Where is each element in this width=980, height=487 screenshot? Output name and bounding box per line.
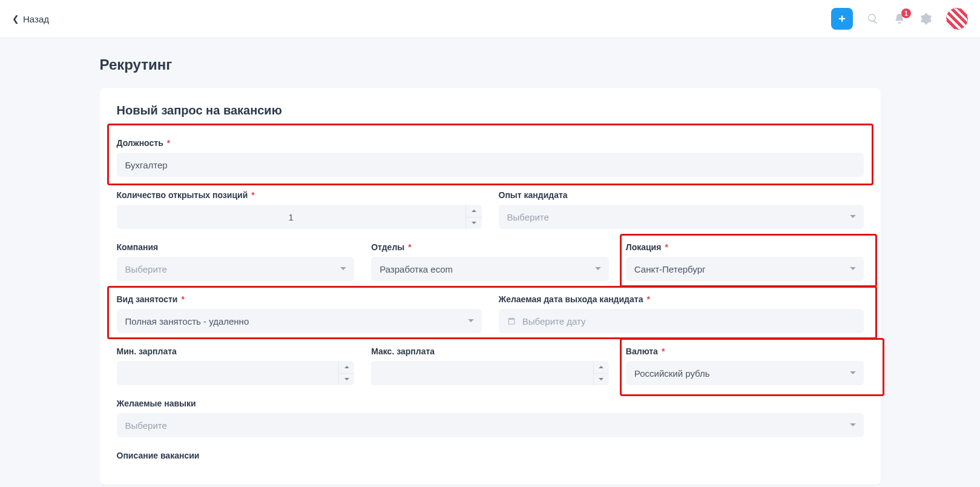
- select-currency[interactable]: Российский рубль: [626, 361, 864, 385]
- chevron-up-icon: [344, 364, 350, 370]
- label-open-count: Количество открытых позиций*: [117, 190, 482, 200]
- chevron-up-icon: [471, 208, 477, 214]
- required-mark: *: [662, 346, 665, 356]
- select-company[interactable]: Выберите: [117, 257, 355, 281]
- chevron-down-icon: [340, 264, 347, 274]
- notifications-badge: 1: [901, 8, 911, 18]
- step-down[interactable]: [466, 217, 482, 230]
- chevron-down-icon: [849, 420, 857, 431]
- label-min-salary: Мин. зарплата: [117, 346, 355, 356]
- stepper-min-salary: [117, 361, 355, 385]
- field-skills: Желаемые навыки Выберите: [117, 399, 864, 437]
- select-departments[interactable]: Разработка ecom: [371, 257, 609, 281]
- label-description: Описание вакансии: [117, 451, 864, 460]
- required-mark: *: [665, 242, 668, 252]
- chevron-down-icon: [344, 376, 350, 382]
- step-down[interactable]: [594, 374, 609, 386]
- field-max-salary: Макс. зарплата: [371, 346, 609, 385]
- row-employment-date: Вид занятости* Полная занятость - удален…: [117, 294, 864, 333]
- chevron-down-icon: [467, 316, 475, 326]
- avatar[interactable]: [946, 8, 968, 30]
- required-mark: *: [646, 294, 649, 304]
- input-position[interactable]: [125, 160, 855, 170]
- required-mark: *: [408, 242, 411, 252]
- field-departments: Отделы* Разработка ecom: [371, 242, 609, 281]
- label-skills: Желаемые навыки: [117, 399, 864, 408]
- select-experience[interactable]: Выберите: [499, 205, 864, 229]
- field-employment: Вид занятости* Полная занятость - удален…: [117, 294, 482, 333]
- chevron-down-icon: [849, 212, 857, 222]
- label-max-salary: Макс. зарплата: [371, 346, 609, 356]
- field-experience: Опыт кандидата Выберите: [499, 190, 864, 229]
- chevron-down-icon: [594, 264, 602, 274]
- back-button[interactable]: ❮ Назад: [12, 14, 49, 24]
- input-min-salary[interactable]: [125, 368, 331, 379]
- search-button[interactable]: [866, 12, 880, 25]
- field-open-count: Количество открытых позиций*: [117, 190, 482, 229]
- required-mark: *: [251, 190, 254, 200]
- search-icon: [867, 13, 879, 25]
- chevron-left-icon: ❮: [12, 14, 19, 24]
- input-open-count[interactable]: [125, 212, 457, 222]
- select-location[interactable]: Санкт-Петербург: [626, 257, 864, 281]
- card-title: Новый запрос на вакансию: [117, 104, 864, 118]
- step-up[interactable]: [339, 361, 354, 374]
- row-skills: Желаемые навыки Выберите: [117, 399, 864, 437]
- chevron-down-icon: [849, 368, 857, 379]
- field-company: Компания Выберите: [117, 242, 355, 281]
- input-max-salary[interactable]: [380, 368, 585, 379]
- label-start-date: Желаемая дата выхода кандидата*: [499, 294, 864, 304]
- chevron-down-icon: [471, 220, 477, 226]
- input-start-date-wrap[interactable]: [499, 309, 864, 333]
- row-salary: Мин. зарплата Макс. зарплата: [117, 346, 864, 385]
- stepper-open-count: [117, 205, 482, 229]
- page-title: Рекрутинг: [100, 56, 881, 73]
- label-currency: Валюта*: [626, 346, 864, 356]
- label-company: Компания: [117, 242, 355, 252]
- field-position: Должность*: [117, 138, 864, 177]
- back-label: Назад: [23, 14, 49, 24]
- chevron-down-icon: [849, 264, 857, 274]
- add-button[interactable]: +: [831, 8, 853, 30]
- select-skills[interactable]: Выберите: [117, 413, 864, 437]
- settings-button[interactable]: [919, 12, 933, 25]
- field-location: Локация* Санкт-Петербург: [626, 242, 864, 281]
- gear-icon: [920, 13, 932, 25]
- notifications-button[interactable]: 1: [893, 12, 906, 25]
- label-experience: Опыт кандидата: [499, 190, 864, 200]
- plus-icon: +: [838, 12, 846, 26]
- field-currency: Валюта* Российский рубль: [626, 346, 864, 385]
- row-company-dept-loc: Компания Выберите Отделы* Разработка eco…: [117, 242, 864, 281]
- stepper-max-salary: [371, 361, 609, 385]
- required-mark: *: [181, 294, 184, 304]
- field-start-date: Желаемая дата выхода кандидата*: [499, 294, 864, 333]
- chevron-down-icon: [598, 376, 604, 382]
- step-up[interactable]: [466, 205, 482, 217]
- label-employment: Вид занятости*: [117, 294, 482, 304]
- input-start-date[interactable]: [522, 316, 855, 326]
- field-description: Описание вакансии: [117, 451, 864, 460]
- chevron-up-icon: [598, 364, 604, 370]
- row-count-exp: Количество открытых позиций* Опыт кандид…: [117, 190, 864, 229]
- step-up[interactable]: [594, 361, 609, 374]
- top-bar-actions: + 1: [831, 8, 968, 30]
- row-description: Описание вакансии: [117, 451, 864, 460]
- calendar-icon: [507, 316, 516, 326]
- top-bar: ❮ Назад + 1: [0, 0, 980, 38]
- input-position-wrap: [117, 153, 864, 177]
- step-down[interactable]: [339, 374, 354, 386]
- label-location: Локация*: [626, 242, 864, 252]
- field-min-salary: Мин. зарплата: [117, 346, 355, 385]
- form: Должность* Количество открытых позиций*: [117, 138, 864, 460]
- page: Рекрутинг Новый запрос на вакансию Должн…: [100, 38, 881, 485]
- vacancy-card: Новый запрос на вакансию Должность*: [100, 88, 881, 485]
- label-departments: Отделы*: [371, 242, 609, 252]
- row-position: Должность*: [117, 138, 864, 177]
- required-mark: *: [167, 138, 170, 148]
- label-position: Должность*: [117, 138, 864, 148]
- select-employment[interactable]: Полная занятость - удаленно: [117, 309, 482, 333]
